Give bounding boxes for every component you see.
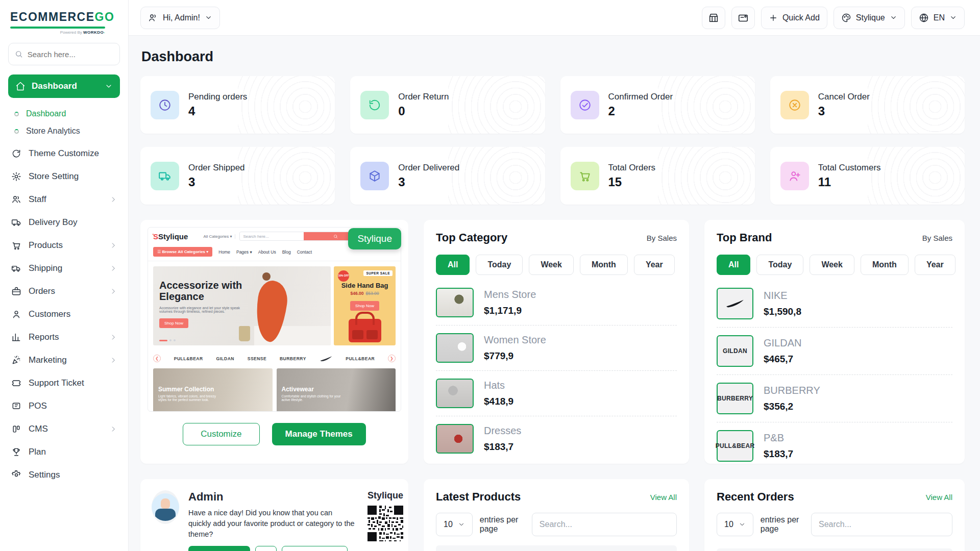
palette-icon xyxy=(841,13,851,23)
sale-banner: 10% OFF SUPER SALE Side Hand Bag $46.00$… xyxy=(334,266,396,345)
browse-categories-button: ☰ Browse All Categories ▾ xyxy=(153,247,212,257)
chevron-down-icon xyxy=(105,82,113,90)
sale-badge: SUPER SALE xyxy=(363,270,393,276)
tab-month[interactable]: Month xyxy=(861,255,909,275)
staff-icon xyxy=(11,194,21,205)
sidebar-subitem-store-analytics[interactable]: Store Analytics xyxy=(14,122,120,140)
search-icon xyxy=(15,49,23,59)
tab-year[interactable]: Year xyxy=(634,255,675,275)
mail-icon xyxy=(738,12,749,23)
customize-button[interactable]: Customize xyxy=(183,423,259,445)
reports-icon xyxy=(11,332,21,342)
entries-select[interactable]: 10 xyxy=(717,513,753,536)
orders-icon xyxy=(11,286,21,296)
quick-add-button[interactable]: Quick Add xyxy=(188,546,250,551)
list-item: GILDAN GILDAN$465,7 xyxy=(717,328,952,375)
plan-icon xyxy=(11,447,21,457)
sidebar-search[interactable] xyxy=(8,43,120,65)
sidebar-item-products[interactable]: Products xyxy=(8,234,120,257)
sidebar-item-delivery-boy[interactable]: Delivery Boy xyxy=(8,211,120,234)
column-header-orders[interactable]: ORDERS xyxy=(717,548,816,551)
column-header-image[interactable]: IMAGE xyxy=(436,545,491,551)
share-button[interactable] xyxy=(255,546,277,551)
admin-tip-card: Admin Have a nice day! Did you know that… xyxy=(140,479,408,551)
card-title: Latest Products xyxy=(436,490,521,504)
table-search-input[interactable] xyxy=(811,513,952,536)
top-category-card: Top Category By Sales All Today Week Mon… xyxy=(424,220,689,464)
chevron-right-icon xyxy=(110,242,117,249)
column-header-product[interactable]: PRODUCT xyxy=(491,545,624,551)
sidebar-item-settings[interactable]: Settings xyxy=(8,463,120,486)
tab-year[interactable]: Year xyxy=(915,255,955,275)
sidebar-item-dashboard-group[interactable]: Dashboard xyxy=(8,74,120,98)
entries-select[interactable]: 10 xyxy=(436,513,473,536)
brand-carousel: ❮ PULL&BEAR GILDAN SSENSE BURBERRY PULL&… xyxy=(148,350,401,367)
sidebar-item-customers[interactable]: Customers xyxy=(8,303,120,325)
column-header-status[interactable]: STATUS xyxy=(881,548,952,551)
tab-week[interactable]: Week xyxy=(529,255,574,275)
stat-value: 0 xyxy=(398,104,449,118)
sidebar-item-reports[interactable]: Reports xyxy=(8,325,120,348)
storefront-button[interactable] xyxy=(702,7,725,29)
list-item: Hats$418,9 xyxy=(436,371,677,416)
tab-week[interactable]: Week xyxy=(810,255,854,275)
manage-themes-button[interactable]: Manage Themes xyxy=(272,423,366,445)
sidebar-subitem-dashboard[interactable]: Dashboard xyxy=(14,105,120,122)
store-setting-icon xyxy=(11,171,21,182)
sidebar-menu: Theme Customize Store Setting Staff Deli… xyxy=(8,142,120,486)
search-icon xyxy=(333,234,338,239)
stat-value: 4 xyxy=(188,104,247,118)
column-header-price[interactable]: PRICE xyxy=(624,545,677,551)
tab-today[interactable]: Today xyxy=(756,255,803,275)
sidebar-item-orders[interactable]: Orders xyxy=(8,280,120,303)
sidebar-item-support-ticket[interactable]: Support Ticket xyxy=(8,371,120,394)
column-header-date[interactable]: DATE xyxy=(816,548,881,551)
nike-swoosh-icon xyxy=(320,356,333,362)
stat-value: 15 xyxy=(608,175,656,189)
chevron-right-icon xyxy=(110,196,117,203)
tab-month[interactable]: Month xyxy=(580,255,628,275)
chevron-right-icon xyxy=(110,288,117,295)
stat-card-order-shipped: Order Shipped3 xyxy=(140,147,335,205)
list-item: Mens Store$1,171,9 xyxy=(436,280,677,325)
sidebar-item-theme-customize[interactable]: Theme Customize xyxy=(8,142,120,165)
store-nav-link: Home xyxy=(218,249,230,255)
theme-preview-card: Stylique ̇SStylique All Categories ▾ Sea… xyxy=(140,220,408,464)
sidebar-search-input[interactable] xyxy=(28,50,113,59)
sidebar: ECOMMERCEGO Powered By WORKDO˞ Dashboard… xyxy=(0,0,129,551)
chevron-right-icon xyxy=(110,334,117,341)
tab-all[interactable]: All xyxy=(717,255,750,275)
sidebar-item-plan[interactable]: Plan xyxy=(8,440,120,463)
carousel-dots xyxy=(159,339,176,341)
list-item: Women Store$779,9 xyxy=(436,325,677,371)
view-all-link[interactable]: View All xyxy=(650,493,677,502)
store-logo: ̇SStylique xyxy=(153,232,188,241)
sidebar-item-pos[interactable]: POS xyxy=(8,394,120,417)
user-menu-button[interactable]: Hi, Admin! xyxy=(140,7,220,29)
by-sales-label: By Sales xyxy=(922,234,952,242)
theme-switcher-button[interactable]: Stylique xyxy=(834,7,905,29)
storefront-preview: ̇SStylique All Categories ▾ Search here.… xyxy=(148,227,401,412)
topbar: Hi, Admin! Quick Add Stylique xyxy=(129,0,980,36)
table-search-input[interactable] xyxy=(532,513,677,536)
tab-all[interactable]: All xyxy=(436,255,470,275)
sidebar-item-staff[interactable]: Staff xyxy=(8,188,120,211)
theme-link-button[interactable]: Theme Link xyxy=(282,546,347,551)
language-switcher-button[interactable]: EN xyxy=(911,7,965,29)
top-category-tabs: All Today Week Month Year xyxy=(424,244,689,277)
view-all-link[interactable]: View All xyxy=(926,493,952,502)
chevron-down-icon xyxy=(949,14,957,21)
sidebar-item-marketing[interactable]: Marketing xyxy=(8,348,120,371)
shop-now-button: Shop Now xyxy=(159,318,188,328)
list-item: NIKE$1,590,8 xyxy=(717,280,952,328)
marketing-icon xyxy=(11,355,21,365)
sidebar-item-shipping[interactable]: Shipping xyxy=(8,257,120,280)
tab-today[interactable]: Today xyxy=(476,255,523,275)
products-icon xyxy=(11,240,21,251)
hero-banner: Accessorize with Elegance Accessorize wi… xyxy=(153,266,331,345)
quick-add-button[interactable]: Quick Add xyxy=(761,7,827,29)
email-templates-button[interactable] xyxy=(731,7,755,29)
support-ticket-icon xyxy=(11,378,21,388)
sidebar-item-cms[interactable]: CMS xyxy=(8,417,120,440)
sidebar-item-store-setting[interactable]: Store Setting xyxy=(8,165,120,188)
